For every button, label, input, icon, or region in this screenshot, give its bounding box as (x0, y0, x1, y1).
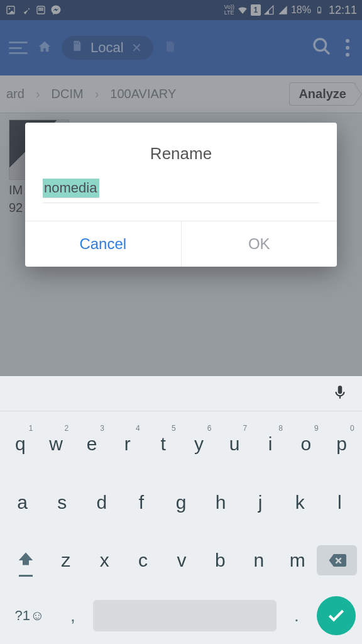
key-j[interactable]: j (243, 480, 278, 525)
mic-button[interactable] (332, 384, 348, 403)
soft-keyboard: q1w2e3r4t5y6u7i8o9p0 asdfghjkl zxcvbnm ?… (0, 376, 362, 644)
key-m[interactable]: m (281, 538, 314, 583)
comma-key[interactable]: , (57, 606, 89, 626)
ok-button[interactable]: OK (182, 221, 337, 267)
key-e[interactable]: e3 (75, 421, 108, 467)
space-key[interactable] (93, 600, 277, 631)
key-u[interactable]: u7 (218, 421, 251, 467)
key-f[interactable]: f (124, 480, 159, 525)
key-v[interactable]: v (165, 538, 198, 583)
key-y[interactable]: y6 (182, 421, 215, 467)
key-d[interactable]: d (84, 480, 119, 525)
key-x[interactable]: x (88, 538, 121, 583)
backspace-key[interactable] (317, 545, 357, 575)
key-c[interactable]: c (127, 538, 160, 583)
key-g[interactable]: g (163, 480, 199, 525)
key-h[interactable]: h (203, 480, 238, 525)
rename-dialog: Rename nomedia Cancel OK (25, 123, 337, 267)
period-key[interactable]: . (280, 606, 313, 626)
key-n[interactable]: n (243, 538, 275, 583)
key-w[interactable]: w2 (40, 421, 72, 467)
key-p[interactable]: p0 (326, 421, 358, 467)
key-o[interactable]: o9 (290, 421, 322, 467)
key-b[interactable]: b (204, 538, 236, 583)
dialog-title: Rename (25, 123, 337, 179)
rename-input[interactable]: nomedia (43, 179, 99, 198)
key-t[interactable]: t5 (147, 421, 180, 467)
shift-key[interactable] (5, 538, 47, 583)
key-r[interactable]: r4 (111, 421, 144, 467)
key-i[interactable]: i8 (254, 421, 287, 467)
symbols-key[interactable]: ?1☺ (6, 596, 53, 635)
key-q[interactable]: q1 (4, 421, 36, 467)
key-z[interactable]: z (50, 538, 82, 583)
key-k[interactable]: k (282, 480, 317, 525)
key-a[interactable]: a (5, 480, 40, 525)
key-l[interactable]: l (322, 480, 357, 525)
key-s[interactable]: s (45, 480, 80, 525)
enter-key[interactable] (317, 596, 356, 635)
cancel-button[interactable]: Cancel (25, 221, 182, 267)
